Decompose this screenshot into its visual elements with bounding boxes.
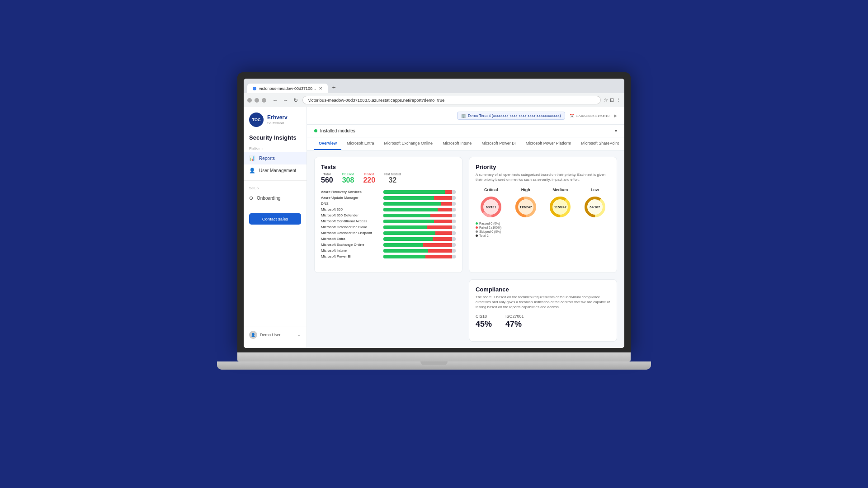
tab-overview[interactable]: Overview [314,137,341,150]
modules-bar: Installed modules ▾ [307,125,624,137]
bar-green [383,220,434,223]
url-bar[interactable] [302,96,601,104]
bar-gray [452,255,456,258]
service-name: Microsoft Entra [321,237,380,241]
user-menu-arrow[interactable]: ⌄ [297,333,301,337]
bar-red [433,237,452,241]
bar-red [441,202,452,206]
reload-button[interactable]: ↻ [292,96,300,104]
stat-passed: Passed 308 [342,172,354,184]
browser-window: victorious-meadow-00d37100... ✕ + ← → ↻ … [244,79,624,348]
priority-medium: Medium 115/247 [545,188,576,238]
bar-green [383,214,430,217]
cis18-value: 45% [476,319,492,329]
bar-red [445,190,452,194]
service-row: Microsoft 365 [321,207,456,211]
service-bar [383,249,456,253]
priority-critical: Critical 63/131 [476,188,507,238]
bar-green [383,225,427,229]
critical-label: Critical [476,188,507,192]
new-tab-button[interactable]: + [329,81,340,93]
high-donut-label: 115/247 [519,205,532,209]
low-donut-label: 64/107 [590,205,600,209]
tab-sharepoint[interactable]: Microsoft SharePoint [576,137,623,150]
iso27001-label: ISO27001 [505,314,524,319]
bar-green [383,231,435,235]
service-bar [383,208,456,211]
service-bar [383,220,456,223]
modules-label: Installed modules [320,128,355,133]
service-row: Azure Recovery Services [321,190,456,194]
service-bar [383,196,456,200]
bar-gray [452,231,456,235]
sidebar-item-reports[interactable]: 📊 Reports [244,152,307,164]
browser-tab-active[interactable]: victorious-meadow-00d37100... ✕ [247,84,328,93]
service-bar [383,255,456,258]
sidebar-bottom: 👤 Demo User ⌄ [244,327,307,343]
star-icon[interactable]: ☆ [604,97,608,103]
passed-value: 308 [342,176,354,184]
bar-gray [452,208,456,211]
screen-bezel: victorious-meadow-00d37100... ✕ + ← → ↻ … [237,72,631,352]
menu-icon[interactable]: ⋮ [616,97,621,103]
critical-legend: Passed 0 (0%) Failed 2 (100%) Skipped 0 … [476,222,507,237]
tab-entra[interactable]: Microsoft Entra [342,137,379,150]
bar-green [383,190,445,194]
contact-sales-button[interactable]: Contact sales [249,213,301,225]
critical-donut-label: 63/131 [486,205,496,209]
passed-label: Passed [342,172,354,176]
header-right: 🏢 Demo Tenant (xxxxxxxx-xxxx-xxxx-xxxx-x… [457,112,617,120]
bar-green [383,255,425,258]
sidebar-item-user-management[interactable]: 👤 User Management [244,164,307,177]
service-row: Microsoft Power BI [321,254,456,258]
date-value: 17-02-2025 21:54:10 [576,114,609,118]
tab-powerbi[interactable]: Microsoft Power BI [477,137,520,150]
service-row: Microsoft Entra [321,237,456,241]
window-maximize[interactable] [255,98,259,103]
logo-circle: TOC [249,113,264,127]
compliance-panel: Compliance The score is based on the tec… [469,279,617,342]
extension-icon[interactable]: ⊞ [610,97,614,103]
total-value: 560 [321,176,333,184]
service-bar [383,214,456,217]
priority-desc: A summary of all open tests categorized … [476,172,610,182]
bar-gray [452,214,456,217]
tab-close-button[interactable]: ✕ [319,86,322,91]
priority-panel: Priority A summary of all open tests cat… [469,157,617,273]
bar-red [434,220,452,223]
user-avatar: 👤 [249,331,257,339]
window-close[interactable] [262,98,266,103]
compliance-iso27001: ISO27001 47% [505,314,524,329]
service-row: Microsoft Defender for Cloud [321,225,456,229]
browser-icon-group: ☆ ⊞ ⋮ [604,97,621,103]
forward-button[interactable]: → [281,96,290,104]
modules-chevron-icon[interactable]: ▾ [615,128,617,133]
tab-powerplatform[interactable]: Microsoft Power Platform [521,137,576,150]
iso27001-value: 47% [505,319,524,329]
sidebar-logo: TOC Erhverv Se fremad [244,113,307,134]
platform-section-label: Platform [244,145,307,152]
main-header: 🏢 Demo Tenant (xxxxxxxx-xxxx-xxxx-xxxx-x… [307,107,624,125]
service-row: Microsoft Intune [321,249,456,253]
not-tested-value: 32 [384,176,401,184]
sidebar-item-onboarding[interactable]: ⊙ Onboarding [244,192,307,204]
app-content: TOC Erhverv Se fremad Security Insights … [244,107,624,348]
sidebar-reports-label: Reports [259,156,275,161]
not-tested-label: Not tested [384,172,401,176]
user-name: Demo User [260,333,281,337]
bar-gray [452,243,456,247]
dashboard: Tests Total 560 Passed 308 [307,150,624,348]
bar-gray [452,202,456,206]
sidebar-onboarding-label: Onboarding [257,196,280,201]
sidebar-user-mgmt-label: User Management [259,168,296,173]
priority-low: Low 64/107 [580,188,611,238]
window-minimize[interactable] [247,98,252,103]
tab-exchange[interactable]: Microsoft Exchange Online [380,137,438,150]
failed-value: 220 [363,176,375,184]
tab-intune[interactable]: Microsoft Intune [438,137,476,150]
bar-green [383,243,423,247]
back-button[interactable]: ← [271,96,280,104]
onboarding-icon: ⊙ [249,195,253,201]
medium-donut: 115/247 [548,195,572,219]
user-info: 👤 Demo User ⌄ [249,331,301,339]
